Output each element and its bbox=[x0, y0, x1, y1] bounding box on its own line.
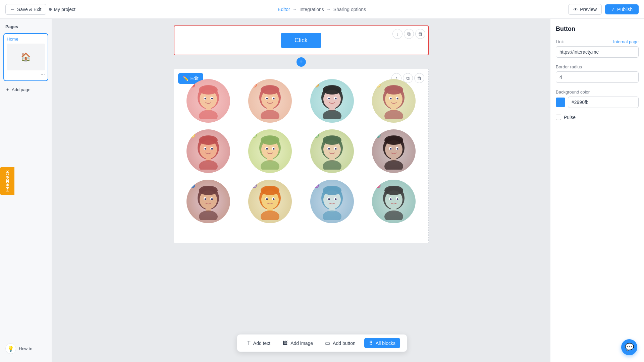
svg-point-42 bbox=[204, 148, 206, 150]
border-radius-field: Border radius bbox=[556, 64, 639, 83]
all-blocks-button[interactable]: ⠿ All blocks bbox=[364, 338, 400, 348]
svg-point-15 bbox=[266, 98, 268, 100]
add-block-button[interactable]: + bbox=[297, 57, 306, 67]
link-input[interactable] bbox=[556, 46, 639, 58]
svg-point-70 bbox=[397, 148, 398, 150]
preview-button[interactable]: 👁 Preview bbox=[568, 4, 602, 15]
back-icon: ← bbox=[10, 7, 15, 12]
bg-color-field: Background color bbox=[556, 89, 639, 108]
zodiac-circle[interactable]: ♑ bbox=[248, 180, 292, 223]
home-page-title: Home bbox=[7, 37, 45, 42]
project-name-area: My project bbox=[49, 7, 75, 12]
svg-point-105 bbox=[390, 198, 392, 200]
svg-point-26 bbox=[323, 85, 341, 95]
zodiac-circle[interactable]: ♋ bbox=[372, 79, 416, 123]
zodiac-circle[interactable]: ♊ bbox=[310, 79, 354, 123]
home-thumb-icon: 🏠 bbox=[21, 52, 31, 62]
svg-point-80 bbox=[199, 186, 218, 195]
svg-point-79 bbox=[211, 198, 213, 200]
preview-label: Preview bbox=[580, 7, 597, 12]
svg-point-60 bbox=[328, 148, 330, 150]
svg-point-83 bbox=[261, 210, 279, 220]
border-radius-input[interactable] bbox=[556, 71, 639, 83]
eye-icon: 👁 bbox=[573, 7, 578, 12]
zodiac-circle[interactable]: ♏ bbox=[372, 129, 416, 173]
add-button-button[interactable]: ▭ Add button bbox=[322, 338, 359, 348]
all-blocks-label: All blocks bbox=[376, 341, 395, 346]
add-page-label: Add page bbox=[12, 87, 31, 92]
move-down-button[interactable]: ↓ bbox=[392, 29, 402, 39]
zodiac-symbol: ♍ bbox=[252, 133, 257, 138]
topbar-center: Editor → Integrations → Sharing options bbox=[79, 7, 564, 12]
svg-point-87 bbox=[266, 198, 268, 200]
home-page-thumbnail: 🏠 bbox=[7, 44, 45, 70]
zodiac-grid: ♈ ♉ bbox=[181, 79, 422, 223]
zodiac-circle[interactable]: ♒ bbox=[310, 180, 354, 223]
zodiac-circle[interactable]: ♓ bbox=[372, 180, 416, 223]
zodiac-item: ♍ bbox=[243, 129, 298, 173]
topbar-left: ← Save & Exit My project bbox=[5, 4, 75, 15]
zodiac-circle[interactable]: ♎ bbox=[310, 129, 354, 173]
nav-integrations[interactable]: Integrations bbox=[300, 7, 324, 12]
publish-label: Publish bbox=[617, 7, 633, 12]
color-row bbox=[556, 97, 639, 108]
add-page-button[interactable]: ＋ Add page bbox=[3, 85, 48, 94]
svg-point-25 bbox=[335, 98, 336, 100]
project-dot bbox=[49, 8, 52, 11]
svg-point-35 bbox=[384, 85, 403, 95]
publish-button[interactable]: ✓ Publish bbox=[605, 4, 639, 14]
how-to-area[interactable]: 💡 How to bbox=[3, 341, 48, 357]
zodiac-circle[interactable]: ♉ bbox=[248, 79, 292, 123]
lightbulb-icon: 💡 bbox=[5, 343, 16, 354]
image-block: ✏️ Edit ↑ ⧉ 🗑 ♈ bbox=[174, 69, 429, 243]
svg-point-88 bbox=[273, 198, 275, 200]
internal-page-link[interactable]: Internal page bbox=[613, 39, 639, 44]
chat-button[interactable]: 💬 bbox=[621, 339, 637, 355]
duplicate-button[interactable]: ⧉ bbox=[404, 29, 414, 39]
text-icon: T bbox=[247, 340, 251, 346]
how-to-label: How to bbox=[19, 346, 32, 351]
image-delete-button[interactable]: 🗑 bbox=[414, 73, 424, 83]
zodiac-item: ♓ bbox=[366, 180, 422, 223]
svg-point-107 bbox=[384, 186, 403, 195]
svg-point-69 bbox=[390, 148, 392, 150]
home-page-card[interactable]: Home 🏠 ··· bbox=[3, 33, 48, 81]
svg-point-16 bbox=[273, 98, 275, 100]
page-card-menu[interactable]: ··· bbox=[7, 72, 45, 78]
click-button[interactable]: Click bbox=[281, 33, 321, 48]
svg-point-56 bbox=[323, 160, 341, 170]
border-radius-label: Border radius bbox=[556, 64, 639, 69]
save-exit-button[interactable]: ← Save & Exit bbox=[5, 4, 46, 15]
svg-point-24 bbox=[328, 98, 330, 100]
zodiac-item: ♌ bbox=[181, 129, 236, 173]
svg-point-52 bbox=[273, 148, 275, 150]
svg-point-47 bbox=[261, 160, 279, 170]
svg-point-7 bbox=[211, 98, 213, 100]
nav-editor[interactable]: Editor bbox=[278, 7, 290, 12]
nav-sharing[interactable]: Sharing options bbox=[333, 7, 366, 12]
color-hex-input[interactable] bbox=[568, 97, 639, 108]
svg-point-62 bbox=[323, 135, 341, 145]
svg-point-17 bbox=[261, 85, 279, 95]
zodiac-circle[interactable]: ♈ bbox=[186, 79, 230, 123]
delete-button[interactable]: 🗑 bbox=[415, 29, 425, 39]
zodiac-symbol: ♈ bbox=[190, 82, 195, 87]
svg-point-6 bbox=[204, 98, 206, 100]
add-text-button[interactable]: T Add text bbox=[244, 338, 274, 348]
pulse-label: Pulse bbox=[564, 115, 576, 120]
feedback-tab[interactable]: Feedback bbox=[0, 167, 14, 195]
zodiac-symbol: ♌ bbox=[190, 133, 195, 138]
add-image-label: Add image bbox=[290, 341, 313, 346]
pulse-checkbox[interactable] bbox=[556, 115, 561, 120]
zodiac-circle[interactable]: ♍ bbox=[248, 129, 292, 173]
zodiac-symbol: ♎ bbox=[314, 133, 319, 138]
link-label: Link bbox=[556, 39, 564, 44]
add-image-button[interactable]: 🖼 Add image bbox=[279, 338, 316, 348]
zodiac-circle[interactable]: ♐ bbox=[186, 180, 230, 223]
color-swatch[interactable] bbox=[556, 98, 565, 107]
svg-point-33 bbox=[390, 98, 392, 100]
svg-point-61 bbox=[335, 148, 336, 150]
check-icon: ✓ bbox=[611, 7, 615, 12]
zodiac-circle[interactable]: ♌ bbox=[186, 129, 230, 173]
link-field: Link Internal page bbox=[556, 39, 639, 58]
